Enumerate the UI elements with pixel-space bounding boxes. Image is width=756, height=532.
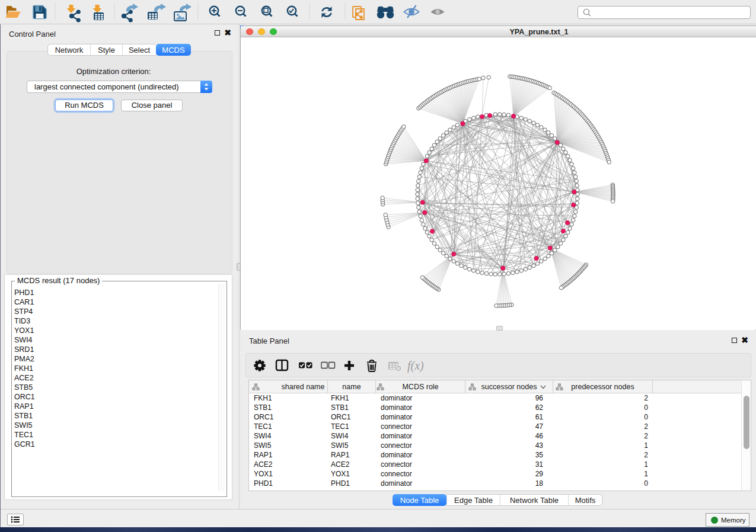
svg-text:f(x): f(x) [407, 359, 424, 373]
